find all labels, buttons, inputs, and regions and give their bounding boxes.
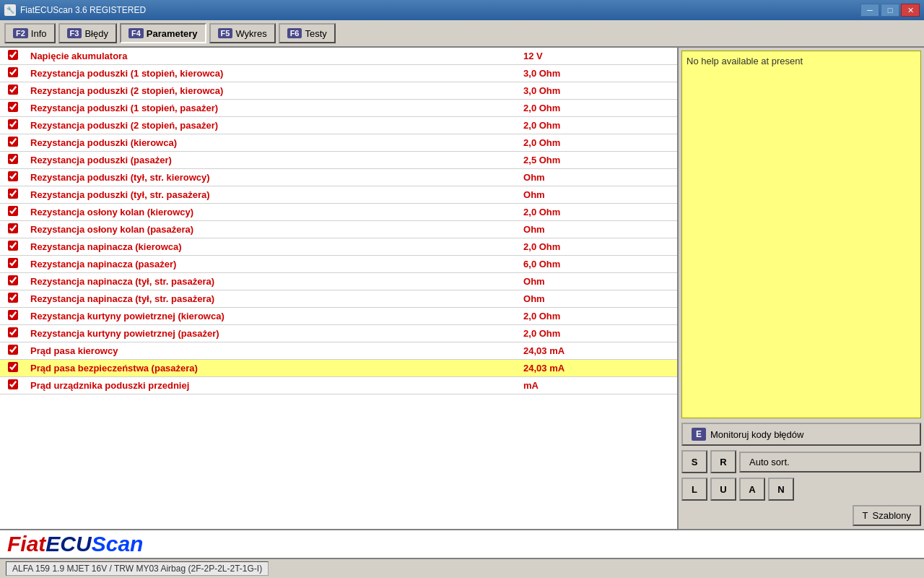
param-checkbox-cell[interactable]	[0, 273, 26, 290]
tab-parametery[interactable]: F4 Parametery	[120, 23, 206, 43]
table-row: Rezystancja poduszki (tył, str. pasażera…	[0, 186, 677, 204]
a-button[interactable]: A	[739, 478, 765, 501]
param-checkbox-cell[interactable]	[0, 342, 26, 360]
auto-sort-button[interactable]: Auto sort.	[739, 452, 921, 473]
param-name: Rezystancja napinacza (tył, str. pasażer…	[26, 273, 519, 290]
param-value: Ohm	[519, 186, 677, 204]
param-checkbox[interactable]	[8, 258, 18, 268]
param-checkbox[interactable]	[8, 345, 18, 355]
table-row: Rezystancja poduszki (tył, str. kierowcy…	[0, 169, 677, 186]
l-button[interactable]: L	[681, 478, 707, 501]
param-checkbox[interactable]	[8, 171, 18, 181]
param-checkbox[interactable]	[8, 310, 18, 320]
param-value: 2,0 Ohm	[519, 100, 677, 117]
param-name: Rezystancja poduszki (2 stopień, pasażer…	[26, 117, 519, 134]
param-table-wrapper[interactable]: Napięcie akumulatora12 VRezystancja podu…	[0, 48, 679, 529]
table-row: Napięcie akumulatora12 V	[0, 48, 677, 65]
table-row: Prąd pasa bezpieczeństwa (pasażera)24,03…	[0, 360, 677, 377]
tab-wykres-label: Wykres	[235, 28, 266, 39]
szablony-label: Szablony	[873, 510, 911, 521]
param-checkbox-cell[interactable]	[0, 204, 26, 221]
param-value: 2,0 Ohm	[519, 308, 677, 325]
param-name: Rezystancja napinacza (pasażer)	[26, 256, 519, 273]
maximize-button[interactable]: □	[881, 4, 899, 17]
sort-row-top: S R Auto sort.	[681, 450, 921, 473]
param-checkbox-cell[interactable]	[0, 238, 26, 256]
param-value: 24,03 mA	[519, 342, 677, 360]
param-checkbox-cell[interactable]	[0, 186, 26, 204]
u-button[interactable]: U	[710, 478, 736, 501]
param-checkbox[interactable]	[8, 85, 18, 95]
table-row: Rezystancja osłony kolan (pasażera)Ohm	[0, 221, 677, 238]
param-checkbox-cell[interactable]	[0, 134, 26, 152]
param-checkbox-cell[interactable]	[0, 169, 26, 186]
title-bar: 🔧 FiatECUScan 3.6 REGISTERED ─ □ ✕	[0, 0, 924, 20]
param-checkbox[interactable]	[8, 275, 18, 285]
param-checkbox[interactable]	[8, 102, 18, 112]
param-checkbox-cell[interactable]	[0, 82, 26, 100]
param-checkbox[interactable]	[8, 206, 18, 216]
status-text: ALFA 159 1.9 MJET 16V / TRW MY03 Airbag …	[6, 561, 269, 576]
param-checkbox[interactable]	[8, 327, 18, 337]
param-checkbox-cell[interactable]	[0, 256, 26, 273]
param-checkbox-cell[interactable]	[0, 65, 26, 82]
app-icon: 🔧	[4, 4, 16, 16]
table-row: Rezystancja napinacza (pasażer)6,0 Ohm	[0, 256, 677, 273]
s-button[interactable]: S	[681, 450, 707, 473]
tab-testy[interactable]: F6 Testy	[279, 23, 336, 43]
param-value: 12 V	[519, 48, 677, 65]
param-checkbox[interactable]	[8, 241, 18, 251]
window-title: FiatECUScan 3.6 REGISTERED	[20, 5, 146, 15]
t-key: T	[863, 510, 868, 521]
table-row: Rezystancja osłony kolan (kierowcy)2,0 O…	[0, 204, 677, 221]
param-checkbox-cell[interactable]	[0, 325, 26, 342]
param-checkbox[interactable]	[8, 189, 18, 199]
param-checkbox-cell[interactable]	[0, 100, 26, 117]
table-row: Rezystancja poduszki (1 stopień, pasażer…	[0, 100, 677, 117]
main-area: Napięcie akumulatora12 VRezystancja podu…	[0, 48, 924, 529]
param-value: Ohm	[519, 169, 677, 186]
param-checkbox[interactable]	[8, 154, 18, 164]
tab-info[interactable]: F2 Info	[4, 23, 56, 43]
param-checkbox-cell[interactable]	[0, 152, 26, 169]
param-value: mA	[519, 377, 677, 394]
param-name: Prąd pasa kierowcy	[26, 342, 519, 360]
szablony-button[interactable]: T Szablony	[853, 505, 921, 526]
n-button[interactable]: N	[768, 478, 794, 501]
param-checkbox[interactable]	[8, 119, 18, 129]
status-bar: ALFA 159 1.9 MJET 16V / TRW MY03 Airbag …	[0, 558, 924, 578]
param-checkbox[interactable]	[8, 362, 18, 372]
table-row: Rezystancja kurtyny powietrznej (kierowc…	[0, 308, 677, 325]
param-checkbox[interactable]	[8, 137, 18, 147]
f6-key: F6	[287, 28, 302, 38]
monitor-label: Monitoruj kody błędów	[710, 429, 803, 440]
param-name: Rezystancja kurtyny powietrznej (pasażer…	[26, 325, 519, 342]
param-value: 2,5 Ohm	[519, 152, 677, 169]
table-row: Rezystancja poduszki (2 stopień, kierowc…	[0, 82, 677, 100]
param-checkbox-cell[interactable]	[0, 360, 26, 377]
table-row: Rezystancja poduszki (pasażer)2,5 Ohm	[0, 152, 677, 169]
param-value: 3,0 Ohm	[519, 82, 677, 100]
sort-row-bottom: L U A N	[681, 478, 921, 501]
param-checkbox-cell[interactable]	[0, 117, 26, 134]
param-checkbox-cell[interactable]	[0, 221, 26, 238]
param-checkbox-cell[interactable]	[0, 290, 26, 308]
monitor-button[interactable]: E Monitoruj kody błędów	[681, 423, 921, 446]
r-button[interactable]: R	[710, 450, 736, 473]
param-checkbox[interactable]	[8, 379, 18, 389]
param-name: Rezystancja poduszki (pasażer)	[26, 152, 519, 169]
param-checkbox-cell[interactable]	[0, 377, 26, 394]
close-button[interactable]: ✕	[901, 4, 920, 17]
param-checkbox[interactable]	[8, 223, 18, 233]
param-checkbox-cell[interactable]	[0, 308, 26, 325]
param-checkbox[interactable]	[8, 67, 18, 77]
param-checkbox[interactable]	[8, 50, 18, 60]
e-key: E	[692, 428, 706, 441]
param-checkbox-cell[interactable]	[0, 48, 26, 65]
param-name: Rezystancja osłony kolan (pasażera)	[26, 221, 519, 238]
param-value: Ohm	[519, 290, 677, 308]
tab-wykres[interactable]: F5 Wykres	[209, 23, 276, 43]
tab-bledy[interactable]: F3 Błędy	[58, 23, 117, 43]
param-checkbox[interactable]	[8, 293, 18, 303]
minimize-button[interactable]: ─	[860, 4, 879, 17]
